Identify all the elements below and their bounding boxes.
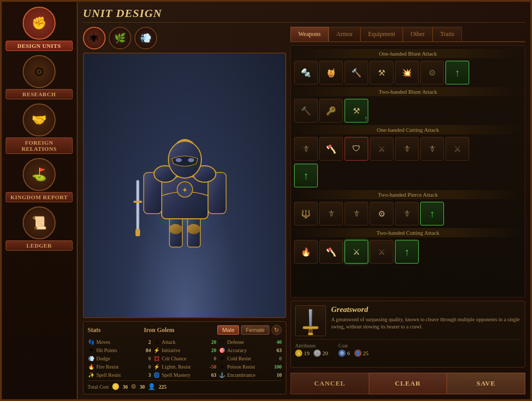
svg-point-14 (188, 158, 194, 162)
spell-resist-icon: ✨ (88, 371, 95, 378)
sidebar-item-research[interactable]: ⊙ Research (6, 55, 73, 99)
weapon-slot-trident[interactable]: 🗡 (395, 202, 419, 225)
stat-row-spell-resist: ✨ Spell Resist 3 (88, 371, 151, 378)
weapon-slot-greatclub[interactable]: ⚒ ↑ (345, 99, 368, 123)
kingdom-report-icon: ⛳ (23, 158, 56, 191)
weapon-slot-club[interactable]: 🍯 (319, 61, 343, 84)
unit-icon-leaf[interactable]: 🌿 (109, 27, 131, 49)
cost-val-1: ⚙ 6 (338, 350, 350, 357)
scimitar-icon: 🗡 (398, 140, 416, 158)
gender-male-button[interactable]: Male (217, 325, 239, 335)
weapon-slot-maul[interactable]: 🔑 (319, 99, 343, 123)
weapon-slot-mace[interactable]: ⚒ (370, 61, 393, 84)
poison-icon: ☠ (218, 363, 226, 370)
weapon-slot-greatsword[interactable]: ⚔ (345, 240, 368, 264)
weapon-slot-greataxe[interactable]: 🪓 (319, 240, 343, 264)
cold-icon: ❄ (218, 355, 226, 362)
design-units-icon: ✊ (23, 7, 56, 40)
weapon-slot-battleaxe[interactable]: 🔥 (294, 240, 318, 264)
weapon-slot-dagger[interactable]: 🗡 (294, 137, 318, 161)
svg-rect-15 (136, 180, 139, 232)
weapon-slot-nail[interactable]: 🔩 (294, 61, 318, 84)
warhammer-icon: 🔨 (297, 101, 315, 120)
upgrade-arrow-1hc: ↑ (303, 170, 308, 182)
sidebar-label-kingdom-report: Kingdom Report (6, 192, 73, 202)
weapon-slot-hatchet[interactable]: 🪓 (319, 137, 343, 161)
right-panel: Weapons Armor Equipment Other Traits One… (290, 27, 525, 394)
weapon-slot-cutlass[interactable]: ⚔ (445, 137, 469, 161)
initiative-icon: ⚡ (153, 346, 160, 354)
crit-icon: 💢 (153, 355, 160, 362)
total-cost-label: Total Cost (88, 384, 109, 390)
cancel-button[interactable]: CANCEL (290, 373, 369, 394)
stat-hp-label: Hit Points (96, 347, 139, 353)
weapon-row-1handed-blunt: 🔩 🍯 🔨 ⚒ 💥 ⚙ ↑ (293, 59, 523, 86)
section-header-2handed-cut: Two-handed Cutting Attack (293, 228, 523, 237)
weapon-row-2handed-blunt: 🔨 🔑 ⚒ ↑ (293, 97, 523, 124)
stat-attack-value: 20 (206, 339, 216, 345)
weapons-scroll-area[interactable]: One-handed Blunt Attack 🔩 🍯 🔨 ⚒ 💥 ⚙ ↑ Tw (290, 45, 525, 298)
greataxe-icon: 🪓 (322, 242, 340, 261)
weapon-row-2handed-pierce: 🔱 🗡 🗡 ⚙ 🗡 ↑ (293, 200, 523, 227)
unit-icon-empty (160, 27, 183, 49)
weapon-slot-halberd[interactable]: ⚙ (370, 202, 393, 225)
lightning-icon: ⚡ (153, 363, 160, 370)
clear-button[interactable]: CLEAR (369, 373, 448, 394)
tab-equipment[interactable]: Equipment (361, 27, 403, 41)
item-desc-stats: Attributes ⚔ 19 🛡 20 (295, 339, 521, 357)
sidebar-item-ledger[interactable]: 📜 Ledger (6, 206, 73, 251)
stat-spell-resist-label: Spell Resist (96, 372, 139, 378)
unit-icon-spider[interactable]: 🕷 (83, 27, 106, 49)
weapon-slot-upgrade-1hb[interactable]: ↑ (445, 61, 469, 84)
svg-point-13 (176, 158, 182, 162)
tab-armor[interactable]: Armor (329, 27, 361, 41)
stats-header: Stats Iron Golem Male Female ↻ (88, 325, 282, 335)
stat-spell-mastery-value: 63 (206, 372, 216, 378)
gender-female-button[interactable]: Female (241, 325, 269, 335)
stat-fire-value: 0 (141, 364, 151, 370)
stat-dodge-label: Dodge (96, 356, 139, 361)
sidebar-item-foreign-relations[interactable]: 🤝 Foreign Relations (6, 103, 73, 154)
sidebar-item-design-units[interactable]: ✊ Design Units (6, 7, 73, 51)
weapon-slot-upgrade-2hc[interactable]: ↑ (395, 240, 419, 264)
weapon-slot-morningstar[interactable]: 💥 (395, 61, 419, 84)
club-icon: 🍯 (322, 63, 340, 82)
stat-poison-value: 100 (271, 364, 282, 370)
save-button[interactable]: SAVE (447, 373, 525, 394)
weapon-slot-warhammer[interactable]: 🔨 (294, 99, 318, 123)
weapon-slot-spear[interactable]: 🔱 (294, 202, 318, 225)
weapon-slot-pike[interactable]: 🗡 (345, 202, 368, 225)
attr-val-2: 🛡 20 (314, 350, 328, 357)
nail-icon: 🔩 (297, 63, 315, 82)
tab-other[interactable]: Other (403, 27, 432, 41)
tab-weapons[interactable]: Weapons (290, 27, 329, 41)
weapon-slot-upgrade-1hc[interactable]: ↑ (294, 164, 318, 187)
flail-icon: ⚙ (423, 63, 441, 82)
sidebar-item-kingdom-report[interactable]: ⛳ Kingdom Report (6, 158, 73, 202)
section-header-2handed-blunt: Two-handed Blunt Attack (293, 87, 523, 96)
weapon-slot-flail[interactable]: ⚙ (420, 61, 444, 84)
stat-row-encumbrance: ⚓ Encumbrance 10 (218, 371, 282, 378)
foreign-relations-icon: 🤝 (23, 103, 56, 136)
weapon-slot-sabre[interactable]: 🗡 (420, 137, 444, 161)
unit-icon-wind[interactable]: 💨 (134, 27, 157, 49)
item-description-panel: Greatsword A greatsword of surpassing qu… (290, 301, 525, 368)
weapon-slot-lance[interactable]: 🗡 (319, 202, 343, 225)
stat-crit-value: 0 (206, 356, 216, 361)
gender-cycle-icon[interactable]: ↻ (271, 325, 282, 335)
weapon-slot-upgrade-2hp[interactable]: ↑ (420, 202, 444, 225)
weapon-slot-scimitar[interactable]: 🗡 (395, 137, 419, 161)
stat-lightning-value: -50 (206, 364, 216, 370)
stat-poison-label: Poison Resist (227, 364, 270, 370)
weapon-slot-claymore[interactable]: ⚔ (370, 240, 393, 264)
weapon-slot-hammer[interactable]: 🔨 (345, 61, 368, 84)
svg-rect-16 (133, 201, 142, 203)
weapon-slot-sword-shield[interactable]: 🛡 (345, 137, 368, 161)
stats-title-label: Stats (88, 326, 100, 334)
greatsword-icon: ⚔ (347, 242, 366, 261)
main-frame: ✊ Design Units ⊙ Research 🤝 Foreign Rela… (0, 0, 532, 401)
stat-hp-value: 84 (141, 347, 151, 353)
weapon-slot-sword[interactable]: ⚔ (370, 137, 393, 161)
tab-traits[interactable]: Traits (433, 27, 462, 41)
gold-icon-small: 🪙 (112, 383, 119, 391)
